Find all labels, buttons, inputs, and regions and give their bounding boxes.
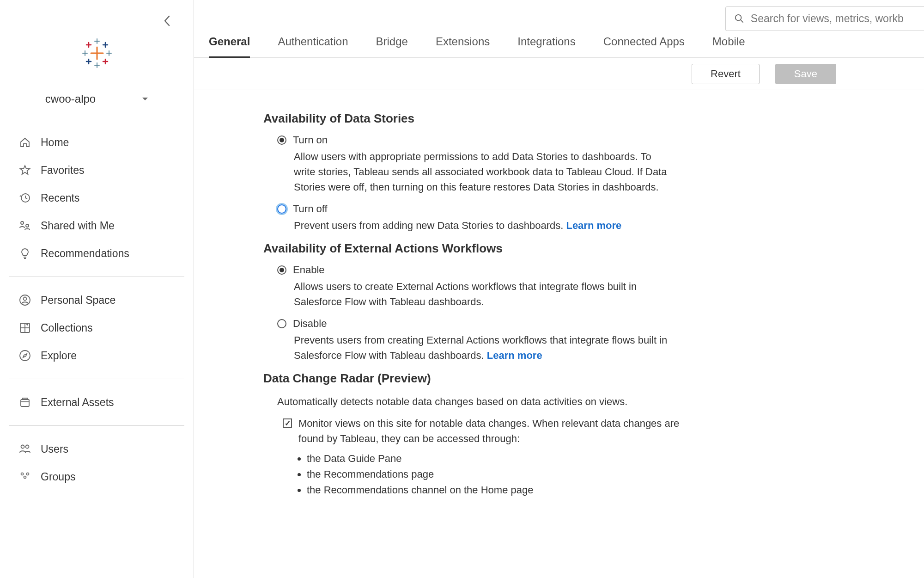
sidebar-item-recommendations[interactable]: Recommendations xyxy=(9,240,184,267)
list-item: the Recommendations page xyxy=(307,467,855,482)
list-item: the Data Guide Pane xyxy=(307,451,855,467)
radar-bullet-list: the Data Guide Pane the Recommendations … xyxy=(307,451,855,498)
radio-turn-on[interactable]: Turn on xyxy=(277,134,670,146)
settings-tabs: General Authentication Bridge Extensions… xyxy=(194,28,924,58)
tab-bridge[interactable]: Bridge xyxy=(376,27,408,58)
svg-point-33 xyxy=(21,473,24,475)
svg-rect-29 xyxy=(21,400,29,406)
radio-enable[interactable]: Enable xyxy=(277,264,670,276)
radio-label: Turn on xyxy=(293,134,328,146)
radio-group-data-stories: Turn on Allow users with appropriate per… xyxy=(277,134,855,233)
radio-label: Turn off xyxy=(293,203,328,215)
radio-group-external-actions: Enable Allows users to create External A… xyxy=(277,264,855,363)
list-item: the Recommendations channel on the Home … xyxy=(307,482,855,498)
tab-authentication[interactable]: Authentication xyxy=(278,27,348,58)
sidebar-item-explore[interactable]: Explore xyxy=(9,342,184,369)
main: General Authentication Bridge Extensions… xyxy=(194,0,924,578)
collapse-sidebar-button[interactable] xyxy=(160,14,174,28)
sidebar-item-label: Personal Space xyxy=(41,294,116,307)
section-title-radar: Data Change Radar (Preview) xyxy=(263,371,855,386)
star-icon xyxy=(18,164,31,177)
sidebar-item-label: Recents xyxy=(41,192,79,204)
radio-description: Allow users with appropriate permissions… xyxy=(294,149,670,195)
sidebar-item-home[interactable]: Home xyxy=(9,129,184,156)
radio-icon xyxy=(277,204,286,214)
radio-icon xyxy=(277,135,286,145)
site-name: cwoo-alpo xyxy=(45,92,96,105)
tableau-logo xyxy=(0,37,194,69)
collections-icon xyxy=(18,321,31,334)
settings-content: Availability of Data Stories Turn on All… xyxy=(194,90,924,578)
sidebar-item-shared[interactable]: Shared with Me xyxy=(9,212,184,240)
nav-divider xyxy=(9,277,184,277)
sidebar-item-users[interactable]: Users xyxy=(9,435,184,463)
tab-general[interactable]: General xyxy=(209,27,250,58)
compass-icon xyxy=(18,349,31,362)
shared-icon xyxy=(18,219,31,232)
radio-turn-off[interactable]: Turn off xyxy=(277,203,670,215)
svg-point-20 xyxy=(26,224,29,227)
radio-description: Prevent users from adding new Data Stori… xyxy=(294,218,670,233)
sidebar-item-label: Home xyxy=(41,136,69,149)
radio-description: Allows users to create External Actions … xyxy=(294,279,670,309)
radio-label: Enable xyxy=(293,264,325,276)
sidebar-item-label: Shared with Me xyxy=(41,220,115,232)
svg-point-32 xyxy=(26,445,29,449)
sidebar-item-external-assets[interactable]: External Assets xyxy=(9,388,184,416)
sidebar: cwoo-alpo Home Favorites Recents xyxy=(0,0,194,578)
svg-point-34 xyxy=(27,473,29,475)
checkbox-monitor-views[interactable]: Monitor views on this site for notable d… xyxy=(283,416,680,446)
radio-icon xyxy=(277,265,286,275)
save-button[interactable]: Save xyxy=(775,64,836,84)
learn-more-link[interactable]: Learn more xyxy=(566,220,621,231)
home-icon xyxy=(18,136,31,149)
caret-down-icon xyxy=(142,97,148,101)
section-description: Automatically detects notable data chang… xyxy=(277,394,688,409)
section-title-data-stories: Availability of Data Stories xyxy=(263,111,855,126)
actions-bar: Revert Save xyxy=(194,58,924,90)
site-selector[interactable]: cwoo-alpo xyxy=(0,88,194,110)
lightbulb-icon xyxy=(18,247,31,260)
svg-point-35 xyxy=(24,476,26,479)
sidebar-item-groups[interactable]: Groups xyxy=(9,463,184,491)
clock-icon xyxy=(18,191,31,204)
search-box[interactable] xyxy=(725,6,924,31)
checkbox-group-radar: Monitor views on this site for notable d… xyxy=(283,416,680,446)
svg-line-37 xyxy=(741,20,743,22)
sidebar-item-label: Users xyxy=(41,443,68,455)
sidebar-item-label: Explore xyxy=(41,350,77,362)
chevron-left-icon xyxy=(163,14,171,27)
svg-point-22 xyxy=(24,297,27,301)
groups-icon xyxy=(18,470,31,483)
tab-extensions[interactable]: Extensions xyxy=(436,27,490,58)
sidebar-item-label: Favorites xyxy=(41,164,85,177)
sidebar-item-label: Recommendations xyxy=(41,247,129,260)
sidebar-item-collections[interactable]: Collections xyxy=(9,314,184,342)
sidebar-item-label: Collections xyxy=(41,322,93,334)
nav-divider xyxy=(9,425,184,426)
tab-integrations[interactable]: Integrations xyxy=(517,27,575,58)
radio-label: Disable xyxy=(293,318,327,330)
svg-point-19 xyxy=(21,221,24,224)
checkbox-label: Monitor views on this site for notable d… xyxy=(298,416,680,446)
user-circle-icon xyxy=(18,294,31,307)
nav-primary: Home Favorites Recents Shared with Me Re… xyxy=(0,129,194,491)
revert-button[interactable]: Revert xyxy=(692,64,760,84)
search-input[interactable] xyxy=(751,12,916,25)
sidebar-item-personal-space[interactable]: Personal Space xyxy=(9,286,184,314)
radio-disable[interactable]: Disable xyxy=(277,318,670,330)
tab-mobile[interactable]: Mobile xyxy=(712,27,745,58)
checkbox-icon xyxy=(283,418,292,428)
radio-icon xyxy=(277,319,286,328)
sidebar-item-label: External Assets xyxy=(41,396,114,409)
sidebar-item-recents[interactable]: Recents xyxy=(9,184,184,212)
nav-divider xyxy=(9,379,184,379)
learn-more-link[interactable]: Learn more xyxy=(487,350,542,361)
svg-point-31 xyxy=(21,445,24,449)
users-icon xyxy=(18,443,31,455)
section-title-external-actions: Availability of External Actions Workflo… xyxy=(263,241,855,256)
search-icon xyxy=(734,13,744,24)
sidebar-item-label: Groups xyxy=(41,471,75,483)
sidebar-item-favorites[interactable]: Favorites xyxy=(9,156,184,184)
tab-connected-apps[interactable]: Connected Apps xyxy=(603,27,685,58)
